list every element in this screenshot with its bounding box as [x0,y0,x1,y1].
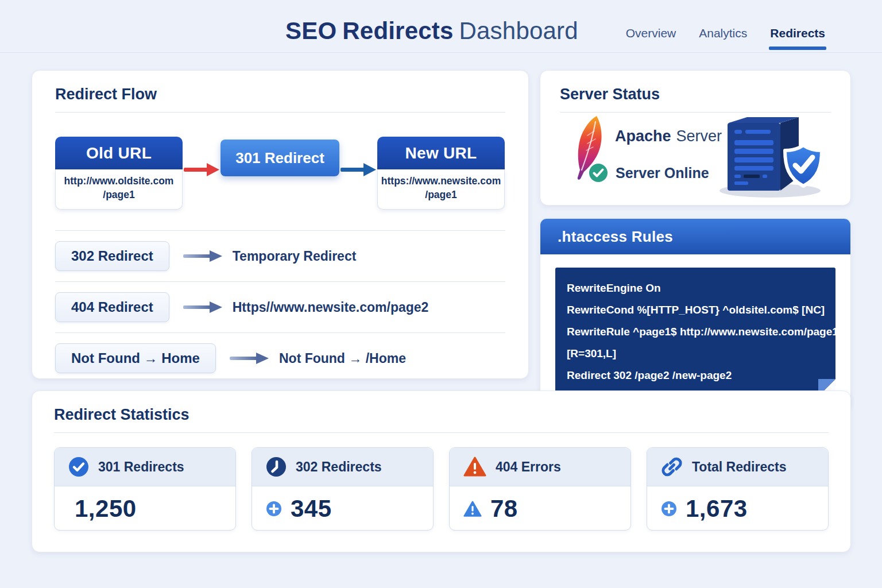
stat-card-404-value: 78 [490,495,518,523]
stat-cards-row: 301 Redirects 1,250 302 Redirects [54,447,829,531]
stat-card-total-header: Total Redirects [647,448,828,486]
server-online-label: Server Online [616,165,709,181]
stat-card-404-label: 404 Errors [496,459,561,475]
check-circle-green-icon [589,163,608,183]
row-302-box: 302 Redirect [55,241,169,271]
htaccess-code-block: RewriteEngine On RewriteCond %[HTTP_HOST… [555,268,835,396]
flow-row-notfound: Not Found → Home Not Found → /Home [55,332,505,384]
new-url-line2: /page1 [380,188,502,202]
redirect-flow-diagram: Old URL http://www.oldsite.com /page1 30… [55,137,505,210]
stat-card-302[interactable]: 302 Redirects 345 [252,447,434,531]
red-arrow-icon [183,161,220,178]
new-url-card: New URL https://www.newsite.com /page1 [377,137,505,210]
htaccess-body: RewriteEngine On RewriteCond %[HTTP_HOST… [540,254,850,409]
stat-card-301-label: 301 Redirects [98,459,184,475]
stat-card-404-header: 404 Errors [450,448,630,486]
redirect-flow-panel: Redirect Flow Old URL http://www.oldsite… [32,70,529,379]
plus-circle-icon [266,501,282,517]
apache-name-bold: Apache [615,127,671,145]
arrow-right-icon [229,351,270,366]
apache-server-label: ApacheServer [615,127,722,145]
stat-card-301-value: 1,250 [75,495,137,523]
top-bar: SEORedirectsDashboard Overview Analytics… [0,0,882,53]
title-dashboard: Dashboard [459,17,578,44]
row-notfound-box: Not Found → Home [55,343,216,373]
link-icon [661,456,683,478]
old-url-line2: /page1 [58,188,180,202]
clock-icon [266,457,287,477]
main-nav: Overview Analytics Redirects [626,26,825,40]
stat-card-301[interactable]: 301 Redirects 1,250 [54,447,236,531]
plus-circle-icon [661,501,677,517]
server-status-title: Server Status [560,86,831,103]
nav-analytics[interactable]: Analytics [699,26,747,40]
redirect-301-box: 301 Redirect [220,140,339,176]
nav-redirects[interactable]: Redirects [770,26,825,40]
htaccess-title: .htaccess Rules [558,228,673,246]
stat-card-302-header: 302 Redirects [252,448,433,486]
warning-triangle-icon [463,457,486,477]
old-url-card: Old URL http://www.oldsite.com /page1 [55,137,183,210]
stat-card-301-header: 301 Redirects [55,448,235,486]
row-notfound-target: Not Found → /Home [279,351,406,366]
redirect-statistics-title: Redirect Statistics [54,406,829,424]
warning-triangle-blue-icon [463,501,482,517]
old-url-value: http://www.oldsite.com /page1 [55,169,183,210]
new-url-value: https://www.newsite.com /page1 [377,169,505,210]
nav-overview[interactable]: Overview [626,26,676,40]
blue-arrow-icon [339,161,377,178]
code-line: RewriteEngine On [567,277,824,299]
divider [55,112,505,113]
page-title: SEORedirectsDashboard [285,17,578,45]
arrow-right-icon [182,249,223,264]
code-line: Redirect 302 /page2 /new-page2 [567,365,824,386]
stat-card-total-label: Total Redirects [692,459,786,475]
stat-card-404-value-row: 78 [450,486,630,531]
redirect-statistics-panel: Redirect Statistics 301 Redirects 1,250 [32,390,851,552]
htaccess-header: .htaccess Rules [540,219,850,254]
stat-card-302-value-row: 345 [252,486,433,531]
stat-card-302-label: 302 Redirects [296,459,382,475]
stat-card-total[interactable]: Total Redirects 1,673 [647,447,829,531]
old-url-line1: http://www.oldsite.com [58,175,180,188]
htaccess-rules-panel: .htaccess Rules RewriteEngine On Rewrite… [540,218,851,409]
stat-card-total-value: 1,673 [686,495,748,523]
flow-row-404: 404 Redirect Https//www.newsite.com/page… [55,281,505,332]
stat-card-301-value-row: 1,250 [55,486,235,531]
code-line: RewriteCond %[HTTP_HOST} ^oldsitel.com$ … [567,299,824,321]
redirect-flow-title: Redirect Flow [55,86,505,103]
stat-card-404[interactable]: 404 Errors 78 [449,447,631,531]
new-url-line1: https://www.newsite.com [380,175,502,188]
code-line: RewriteRule ^page1$ http://www.newsite.c… [567,321,824,343]
arrow-right-icon [182,300,223,315]
check-circle-icon [68,457,89,477]
server-status-panel: Server Status ApacheServer [540,70,851,206]
server-status-content: ApacheServer Server Online [560,113,831,199]
server-tower-icon [713,114,827,200]
divider [54,432,829,433]
row-302-target: Temporary Redirect [233,249,357,264]
stat-card-302-value: 345 [291,495,332,523]
row-404-target: Https//www.newsite.com/page2 [233,300,429,315]
title-seo: SEO [285,17,336,44]
row-404-box: 404 Redirect [55,292,169,322]
title-redirects: Redirects [342,17,453,44]
seo-redirects-dashboard: SEORedirectsDashboard Overview Analytics… [0,0,882,588]
flow-row-302: 302 Redirect Temporary Redirect [55,230,505,281]
stat-card-total-value-row: 1,673 [647,486,828,531]
new-url-header: New URL [377,137,505,169]
old-url-header: Old URL [55,137,183,169]
code-line: [R=301,L] [567,343,824,365]
